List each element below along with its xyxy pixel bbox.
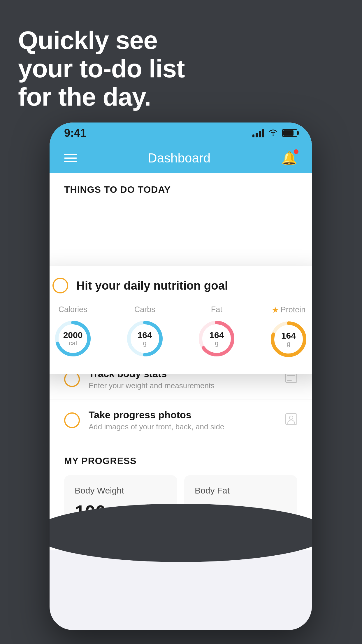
nav-bar: Dashboard 🔔: [50, 144, 312, 173]
body-fat-label: Body Fat: [195, 486, 287, 496]
bell-icon[interactable]: 🔔: [281, 150, 297, 166]
progress-section-title: MY PROGRESS: [64, 456, 297, 466]
nutrition-protein: ★ Protein 164 g: [268, 305, 309, 360]
carbs-unit: g: [138, 340, 152, 347]
calories-unit: cal: [63, 340, 83, 347]
nutrition-row: Calories 2000 cal Carbs: [52, 305, 309, 360]
nav-title: Dashboard: [148, 151, 210, 165]
scale-icon: [285, 373, 297, 386]
nutrition-calories: Calories 2000 cal: [52, 305, 93, 359]
phone-frame: 9:41 Dashboard 🔔: [50, 123, 312, 630]
headline-line2: your to-do list: [18, 55, 185, 83]
calories-label: Calories: [58, 305, 87, 314]
photos-text: Take progress photos Add images of your …: [89, 409, 276, 431]
headline: Quickly see your to-do list for the day.: [18, 26, 185, 111]
carbs-donut: 164 g: [124, 318, 165, 359]
fat-unit: g: [209, 340, 224, 347]
fat-label: Fat: [211, 305, 222, 314]
todo-item-photos[interactable]: Take progress photos Add images of your …: [50, 400, 312, 441]
photos-radio[interactable]: [64, 412, 80, 428]
battery-icon: [282, 129, 297, 137]
menu-icon[interactable]: [64, 154, 77, 162]
dark-overlay: [50, 504, 312, 562]
signal-icon: [252, 129, 264, 137]
things-to-do-title: THINGS TO DO TODAY: [64, 184, 171, 195]
protein-donut: 164 g: [268, 319, 309, 360]
photos-subtitle: Add images of your front, back, and side: [89, 422, 276, 431]
content-area: THINGS TO DO TODAY Hit your daily nutrit…: [50, 173, 312, 550]
headline-line3: for the day.: [18, 83, 185, 111]
body-weight-label: Body Weight: [75, 486, 167, 496]
protein-label-wrap: ★ Protein: [272, 305, 306, 315]
fat-value: 164: [209, 330, 224, 340]
star-icon: ★: [272, 305, 279, 315]
section-header: THINGS TO DO TODAY: [50, 173, 312, 201]
card-top-row: Hit your daily nutrition goal: [52, 278, 309, 293]
nutrition-carbs: Carbs 164 g: [124, 305, 165, 359]
carbs-value: 164: [138, 330, 152, 340]
calories-donut: 2000 cal: [52, 318, 93, 359]
status-time: 9:41: [64, 127, 86, 139]
carbs-label: Carbs: [134, 305, 155, 314]
nutrition-radio[interactable]: [52, 278, 68, 293]
nutrition-card-title: Hit your daily nutrition goal: [76, 279, 228, 292]
photos-title: Take progress photos: [89, 409, 276, 421]
svg-point-10: [289, 416, 293, 419]
nutrition-card: Hit your daily nutrition goal Calories 2…: [50, 266, 312, 374]
status-icons: [252, 128, 297, 138]
calories-value: 2000: [63, 330, 83, 340]
headline-line1: Quickly see: [18, 26, 185, 55]
nutrition-fat: Fat 164 g: [196, 305, 237, 359]
protein-unit: g: [281, 340, 296, 347]
wifi-icon: [268, 128, 278, 138]
person-icon: [285, 413, 297, 428]
protein-value: 164: [281, 331, 296, 340]
protein-label: Protein: [281, 305, 306, 314]
notification-dot: [294, 149, 298, 154]
bodystats-subtitle: Enter your weight and measurements: [89, 381, 276, 390]
status-bar: 9:41: [50, 123, 312, 144]
fat-donut: 164 g: [196, 318, 237, 359]
